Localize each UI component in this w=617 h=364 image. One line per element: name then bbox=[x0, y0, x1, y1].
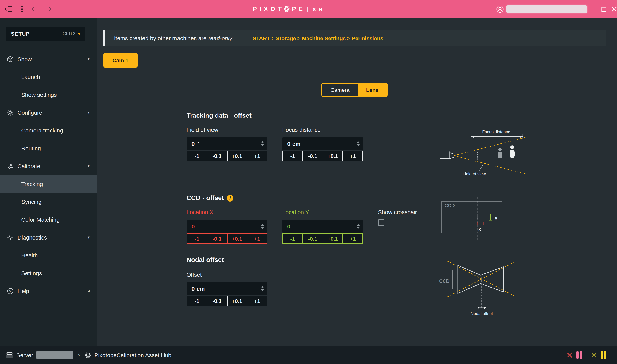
logo-divider: | bbox=[307, 6, 308, 13]
minimize-button[interactable] bbox=[588, 0, 598, 18]
nodal-offset-unit: cm bbox=[197, 286, 205, 292]
step-minus-1-button[interactable]: -1 bbox=[187, 151, 207, 161]
location-x-input[interactable]: 0 bbox=[187, 220, 267, 233]
status-error-icon-yellow[interactable] bbox=[590, 351, 598, 359]
step-plus-1-button[interactable]: +1 bbox=[247, 296, 268, 306]
asset-hub-label[interactable]: PixotopeCalibration Asset Hub bbox=[95, 352, 171, 358]
spinner-control[interactable] bbox=[261, 137, 264, 150]
nodal-offset-input[interactable]: 0 cm bbox=[187, 282, 267, 295]
location-y-input[interactable]: 0 bbox=[282, 220, 363, 233]
step-plus-01-button[interactable]: +0.1 bbox=[227, 296, 247, 306]
pixotope-logo: PIXOT PE | XR bbox=[228, 0, 350, 18]
show-crosshair-checkbox[interactable] bbox=[378, 219, 384, 226]
kebab-menu-icon[interactable] bbox=[17, 0, 27, 18]
tab-camera[interactable]: Camera bbox=[322, 83, 358, 96]
location-x-steppers: -1 -0.1 +0.1 +1 bbox=[187, 234, 267, 244]
field-of-view-group: 0 ° -1 -0.1 +0.1 +1 bbox=[187, 137, 267, 161]
step-plus-01-button[interactable]: +0.1 bbox=[227, 234, 247, 244]
server-label[interactable]: Server bbox=[16, 352, 33, 358]
spinner-control[interactable] bbox=[261, 282, 264, 295]
sidebar-item-syncing[interactable]: Syncing bbox=[0, 193, 97, 211]
chevron-down-icon: ▾ bbox=[78, 31, 80, 36]
chevron-down-icon: ▾ bbox=[88, 110, 90, 115]
server-icon bbox=[6, 351, 13, 358]
close-button[interactable] bbox=[609, 0, 617, 18]
breadcrumb[interactable]: START > Storage > Machine Settings > Per… bbox=[253, 35, 383, 41]
pixotope-atom-icon bbox=[284, 5, 291, 13]
spinner-control[interactable] bbox=[261, 220, 264, 233]
sidebar-menu: Show ▾ Launch Show settings Configure ▾ … bbox=[0, 50, 97, 300]
focus-distance-input[interactable]: 0 cm bbox=[282, 137, 363, 150]
sidebar-item-label: Show settings bbox=[21, 91, 57, 98]
chevron-left-icon: ◂ bbox=[88, 288, 90, 293]
step-minus-1-button[interactable]: -1 bbox=[282, 151, 303, 161]
sidebar-item-tracking[interactable]: Tracking bbox=[0, 175, 97, 193]
user-email-redacted bbox=[507, 5, 587, 13]
step-minus-01-button[interactable]: -0.1 bbox=[207, 234, 228, 244]
step-minus-01-button[interactable]: -0.1 bbox=[302, 151, 323, 161]
sidebar-item-label: Help bbox=[17, 288, 29, 294]
step-minus-1-button[interactable]: -1 bbox=[282, 234, 303, 244]
step-minus-1-button[interactable]: -1 bbox=[187, 296, 207, 306]
sidebar-item-diagnostics[interactable]: Diagnostics ▾ bbox=[0, 229, 97, 246]
step-minus-01-button[interactable]: -0.1 bbox=[302, 234, 323, 244]
sidebar-item-label: Diagnostics bbox=[17, 234, 47, 241]
step-plus-1-button[interactable]: +1 bbox=[343, 234, 363, 244]
sidebar-item-label: Launch bbox=[21, 74, 40, 80]
step-minus-1-button[interactable]: -1 bbox=[187, 234, 207, 244]
cam-1-button[interactable]: Cam 1 bbox=[103, 53, 137, 67]
sidebar-item-calibrate[interactable]: Calibrate ▾ bbox=[0, 157, 97, 175]
tab-lens[interactable]: Lens bbox=[358, 83, 387, 96]
logo-text: PE bbox=[292, 6, 305, 13]
nodal-offset-diagram: CCD Nodal offset bbox=[436, 252, 529, 318]
ccd-offset-heading: CCD - offset i bbox=[187, 194, 233, 202]
field-of-view-diagram: Focus distance Field of view bbox=[436, 128, 529, 177]
sidebar-item-label: Configure bbox=[17, 109, 42, 116]
pause-icon-pink[interactable] bbox=[576, 351, 582, 359]
sidebar-item-label: Calibrate bbox=[17, 163, 40, 169]
back-arrow-icon[interactable] bbox=[30, 0, 40, 18]
sidebar-item-launch[interactable]: Launch bbox=[0, 68, 97, 86]
field-of-view-steppers: -1 -0.1 +0.1 +1 bbox=[187, 151, 267, 161]
sidebar-item-show[interactable]: Show ▾ bbox=[0, 50, 97, 68]
sidebar-item-routing[interactable]: Routing bbox=[0, 139, 97, 157]
setup-mode-selector[interactable]: SETUP Ctrl+2 ▾ bbox=[6, 26, 85, 41]
offset-label: Offset bbox=[187, 271, 202, 278]
user-account[interactable] bbox=[496, 0, 587, 18]
focus-distance-group: 0 cm -1 -0.1 +0.1 +1 bbox=[282, 137, 363, 161]
sliders-icon bbox=[7, 163, 14, 169]
sidebar-item-color-matching[interactable]: Color Matching bbox=[0, 211, 97, 229]
focus-distance-unit: cm bbox=[292, 141, 301, 147]
step-plus-01-button[interactable]: +0.1 bbox=[227, 151, 247, 161]
sidebar-item-help[interactable]: ? Help ◂ bbox=[0, 282, 97, 300]
step-plus-1-button[interactable]: +1 bbox=[343, 151, 363, 161]
sidebar: SETUP Ctrl+2 ▾ Show ▾ Launch Show settin… bbox=[0, 18, 97, 346]
status-error-icon-red[interactable] bbox=[566, 351, 573, 359]
step-plus-1-button[interactable]: +1 bbox=[247, 234, 268, 244]
info-icon[interactable]: i bbox=[227, 195, 233, 201]
step-plus-1-button[interactable]: +1 bbox=[247, 151, 268, 161]
sidebar-collapse-icon[interactable] bbox=[3, 0, 14, 18]
sidebar-item-settings[interactable]: Settings bbox=[0, 264, 97, 282]
step-minus-01-button[interactable]: -0.1 bbox=[207, 151, 228, 161]
sidebar-item-health[interactable]: Health bbox=[0, 246, 97, 264]
step-plus-01-button[interactable]: +0.1 bbox=[322, 234, 343, 244]
chevron-down-icon: ▾ bbox=[88, 235, 90, 240]
step-plus-01-button[interactable]: +0.1 bbox=[322, 151, 343, 161]
forward-arrow-icon[interactable] bbox=[42, 0, 53, 18]
maximize-button[interactable] bbox=[599, 0, 609, 18]
pulse-icon bbox=[7, 234, 14, 241]
sidebar-item-label: Tracking bbox=[21, 181, 43, 187]
spinner-control[interactable] bbox=[357, 220, 360, 233]
sidebar-item-camera-tracking[interactable]: Camera tracking bbox=[0, 121, 97, 139]
setup-shortcut: Ctrl+2 bbox=[63, 31, 75, 37]
sidebar-item-configure[interactable]: Configure ▾ bbox=[0, 104, 97, 121]
spinner-control[interactable] bbox=[357, 137, 360, 150]
pixotope-atom-icon bbox=[84, 352, 91, 358]
step-minus-01-button[interactable]: -0.1 bbox=[207, 296, 228, 306]
help-icon: ? bbox=[7, 287, 14, 294]
sidebar-item-show-settings[interactable]: Show settings bbox=[0, 86, 97, 104]
sidebar-item-label: Settings bbox=[21, 270, 42, 276]
field-of-view-input[interactable]: 0 ° bbox=[187, 137, 267, 150]
pause-icon-yellow[interactable] bbox=[601, 351, 606, 359]
